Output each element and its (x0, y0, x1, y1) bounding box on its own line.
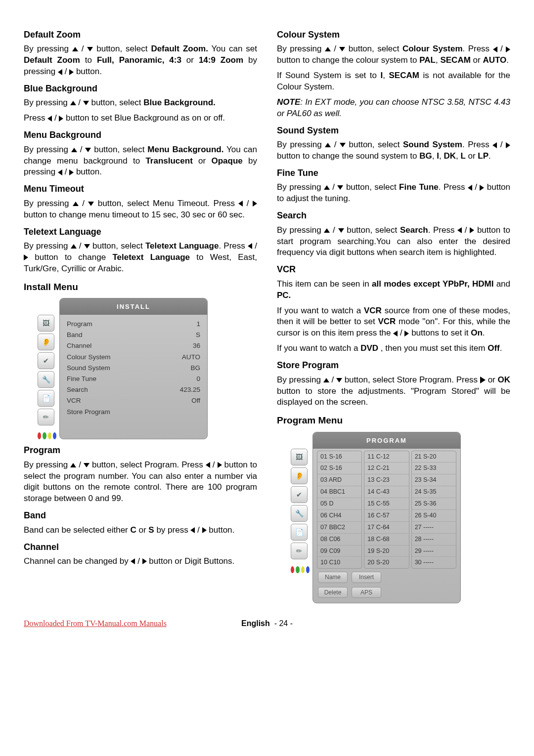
install-menu-row[interactable]: VCROff (67, 395, 200, 406)
program-list-item[interactable]: 09 C09 (317, 546, 361, 557)
up-arrow-icon (325, 47, 331, 51)
program-menu-title: PROGRAM (313, 432, 460, 449)
program-list-item[interactable]: 25 S-36 (412, 498, 456, 510)
color-button-green[interactable] (296, 566, 299, 573)
install-menu-row[interactable]: Store Program (67, 407, 200, 418)
menu-category-icon[interactable]: 🖼 (38, 315, 54, 332)
program-list-item[interactable]: 01 S-16 (317, 451, 361, 463)
color-button-red[interactable] (291, 566, 294, 573)
color-button-yel[interactable] (48, 432, 51, 439)
program-list-item[interactable]: 12 C-21 (364, 462, 408, 474)
color-button-yel[interactable] (301, 566, 305, 573)
install-menu-row[interactable]: Program1 (67, 319, 200, 330)
color-button-blue[interactable] (306, 566, 310, 573)
up-arrow-icon (73, 202, 79, 206)
menu-category-icon[interactable]: 📄 (291, 524, 308, 541)
program-menu-insert-button[interactable]: Insert (352, 572, 381, 583)
up-arrow-icon (324, 185, 330, 190)
menu-category-icon[interactable]: 📄 (38, 390, 54, 407)
menu-category-icon[interactable]: 👂 (291, 467, 308, 484)
program-list-item[interactable]: 20 S-20 (364, 557, 408, 568)
down-arrow-icon (84, 244, 90, 249)
program-list-item[interactable]: 14 C-43 (364, 486, 408, 498)
install-menu-row[interactable]: Sound SystemBG (67, 363, 200, 374)
right-arrow-icon (202, 527, 207, 533)
body-paragraph: Band can be selected either C or S by pr… (24, 525, 257, 536)
body-paragraph: Press / button to set Blue Background as… (24, 113, 257, 124)
up-arrow-icon (323, 378, 329, 382)
program-list-item[interactable]: 19 S-20 (364, 546, 408, 557)
program-list-item[interactable]: 05 D (317, 498, 361, 510)
menu-category-icon[interactable]: 🔧 (38, 371, 54, 388)
install-menu-row[interactable]: BandS (67, 330, 200, 340)
program-list-item[interactable]: 02 S-16 (317, 462, 361, 474)
program-list-item[interactable]: 22 S-33 (412, 462, 456, 474)
menu-category-icon[interactable]: 👂 (38, 334, 54, 350)
program-list-item[interactable]: 10 C10 (317, 557, 361, 568)
program-list-item[interactable]: 13 C-23 (364, 474, 408, 486)
color-button-red[interactable] (38, 432, 41, 439)
install-menu-row[interactable]: Search423.25 (67, 384, 200, 395)
left-arrow-icon (393, 331, 398, 336)
up-arrow-icon (71, 244, 77, 249)
program-list-item[interactable]: 23 S-34 (412, 474, 456, 486)
section-heading: Menu Background (24, 129, 257, 141)
menu-category-icon[interactable]: ✏ (291, 543, 308, 559)
up-arrow-icon (70, 101, 76, 105)
down-arrow-icon (336, 378, 342, 382)
section-heading: VCR (277, 263, 510, 275)
program-list-item[interactable]: 15 C-55 (364, 498, 408, 510)
body-paragraph: By pressing / button, select Blue Backgr… (24, 97, 257, 109)
body-paragraph: By pressing / button, select Store Progr… (277, 375, 510, 409)
install-menu-row[interactable]: Colour SystemAUTO (67, 352, 200, 363)
section-heading: Store Program (277, 359, 510, 371)
left-arrow-icon (206, 462, 210, 468)
program-list-item[interactable]: 04 BBC1 (317, 486, 361, 498)
program-list-item[interactable]: 06 CH4 (317, 510, 361, 522)
program-menu-delete-button[interactable]: Delete (318, 587, 348, 598)
program-menu-aps-button[interactable]: APS (352, 587, 381, 598)
install-menu-row[interactable]: Fine Tune0 (67, 374, 200, 384)
program-list-item[interactable]: 26 S-40 (412, 510, 456, 522)
menu-category-icon[interactable]: 🔧 (291, 505, 308, 522)
install-menu-row[interactable]: Channel36 (67, 340, 200, 351)
program-list-item[interactable]: 07 BBC2 (317, 522, 361, 534)
program-list-item[interactable]: 16 C-57 (364, 510, 408, 522)
program-list-item[interactable]: 27 ----- (412, 522, 456, 534)
color-button-blue[interactable] (53, 432, 56, 439)
program-list-item[interactable]: 03 ARD (317, 474, 361, 486)
section-heading: Fine Tune (277, 167, 510, 179)
program-list-item[interactable]: 28 ----- (412, 534, 456, 546)
right-arrow-icon (69, 169, 74, 175)
install-menu-title: INSTALL (60, 298, 207, 315)
section-heading: Teletext Language (24, 226, 257, 238)
menu-category-icon[interactable]: 🖼 (291, 449, 308, 465)
program-list-item[interactable]: 21 S-20 (412, 451, 456, 463)
body-paragraph: Channel can be changed by / button or Di… (24, 556, 257, 567)
menu-category-icon[interactable]: ✏ (38, 409, 54, 425)
section-heading: Search (277, 210, 510, 221)
body-paragraph: By pressing / button, select Default Zoo… (24, 43, 257, 78)
download-source-link[interactable]: Downloaded From TV-Manual.com Manuals (24, 618, 167, 629)
program-menu-heading: Program Menu (277, 414, 510, 427)
menu-category-icon[interactable]: ✔ (38, 352, 54, 369)
program-list-item[interactable]: 30 ----- (412, 557, 456, 568)
up-arrow-icon (324, 228, 330, 233)
body-paragraph: By pressing / button, select Fine Tune. … (277, 182, 510, 205)
program-list-item[interactable]: 29 ----- (412, 546, 456, 557)
program-list-item[interactable]: 18 C-68 (364, 534, 408, 546)
program-list-item[interactable]: 11 C-12 (364, 451, 408, 463)
menu-category-icon[interactable]: ✔ (291, 486, 308, 503)
down-arrow-icon (88, 202, 94, 206)
right-arrow-icon (480, 185, 484, 191)
program-list-item[interactable]: 17 C-64 (364, 522, 408, 534)
down-arrow-icon (83, 101, 89, 105)
section-heading: Blue Background (24, 83, 257, 94)
up-arrow-icon (71, 148, 77, 152)
program-list-item[interactable]: 24 S-35 (412, 486, 456, 498)
program-menu-name-button[interactable]: Name (318, 572, 348, 583)
color-button-green[interactable] (43, 432, 46, 439)
program-list-item[interactable]: 08 C06 (317, 534, 361, 546)
body-paragraph: By pressing / button, select Colour Syst… (277, 43, 510, 66)
section-heading: Band (24, 509, 257, 521)
